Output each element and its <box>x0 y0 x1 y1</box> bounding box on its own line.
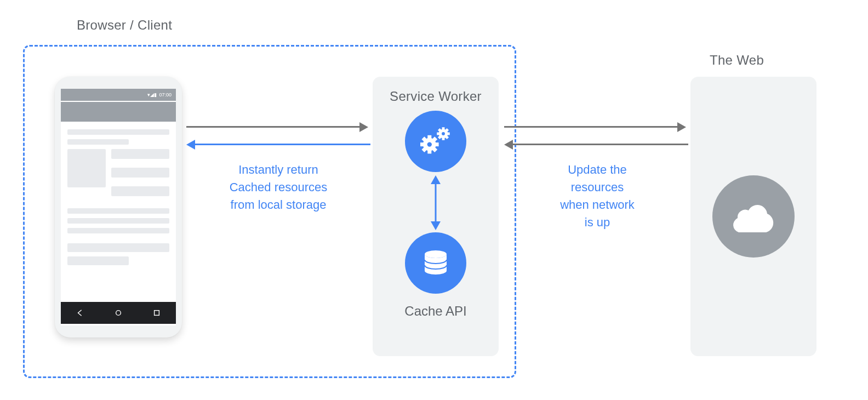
placeholder-line <box>67 218 169 224</box>
arrowhead-right-icon <box>677 122 686 132</box>
phone-to-sw-arrow <box>186 126 362 128</box>
database-icon <box>419 247 452 279</box>
placeholder-line <box>111 149 169 159</box>
back-icon <box>76 309 84 317</box>
web-circle <box>712 175 795 258</box>
svg-line-7 <box>423 138 426 141</box>
svg-line-10 <box>433 138 436 141</box>
caption-line: Update the <box>542 161 652 179</box>
service-worker-label: Service Worker <box>373 89 499 104</box>
caption-line: is up <box>542 214 652 231</box>
placeholder-line <box>67 208 169 214</box>
sw-to-cache-arrow <box>435 182 437 224</box>
svg-line-9 <box>423 148 426 151</box>
phone-screen: ▾◢▮ 07:00 <box>61 89 176 325</box>
the-web-label: The Web <box>710 53 764 68</box>
svg-line-18 <box>446 136 448 138</box>
placeholder-line <box>111 168 169 178</box>
placeholder-line <box>67 243 169 252</box>
service-worker-circle <box>405 111 466 172</box>
caption-line: from local storage <box>213 196 344 214</box>
svg-rect-1 <box>155 311 159 316</box>
svg-line-17 <box>439 129 441 131</box>
arrowhead-right-icon <box>359 122 368 132</box>
web-panel <box>690 77 816 356</box>
placeholder-image <box>67 149 106 187</box>
placeholder-line <box>67 228 169 233</box>
placeholder-line <box>67 139 129 145</box>
phone-content <box>61 122 176 277</box>
gears-icon <box>416 122 455 161</box>
sw-to-phone-arrow <box>195 144 370 145</box>
web-to-sw-arrow <box>513 144 688 145</box>
phone-nav-bar <box>61 302 176 324</box>
update-caption: Update the resources when network is up <box>542 161 652 231</box>
phone-status-bar: ▾◢▮ 07:00 <box>61 89 176 101</box>
cloud-icon <box>726 197 781 236</box>
svg-line-19 <box>439 136 441 138</box>
phone-time: 07:00 <box>159 92 172 98</box>
arrowhead-left-icon <box>186 140 195 150</box>
svg-point-22 <box>425 250 447 258</box>
placeholder-line <box>67 129 169 135</box>
service-worker-panel: Service Worker <box>373 77 499 356</box>
caption-line: when network <box>542 196 652 214</box>
svg-point-21 <box>442 132 445 135</box>
placeholder-line <box>67 256 129 265</box>
sw-to-web-arrow <box>504 126 679 128</box>
phone-mockup: ▾◢▮ 07:00 <box>55 77 182 338</box>
caption-line: resources <box>542 179 652 196</box>
caption-line: Cached resources <box>213 179 344 196</box>
arrowhead-up-icon <box>431 175 441 184</box>
browser-client-label: Browser / Client <box>77 18 172 33</box>
svg-line-8 <box>433 148 436 151</box>
cache-api-label: Cache API <box>373 304 499 319</box>
cached-caption: Instantly return Cached resources from l… <box>213 161 344 214</box>
arrowhead-left-icon <box>504 140 513 150</box>
caption-line: Instantly return <box>213 161 344 179</box>
svg-point-11 <box>427 142 432 146</box>
svg-point-0 <box>116 311 121 316</box>
phone-app-bar <box>61 102 176 122</box>
placeholder-line <box>111 186 169 196</box>
home-icon <box>115 309 122 317</box>
cache-api-circle <box>405 232 466 294</box>
svg-line-20 <box>446 129 448 131</box>
recent-icon <box>153 309 161 317</box>
arrowhead-down-icon <box>431 221 441 230</box>
